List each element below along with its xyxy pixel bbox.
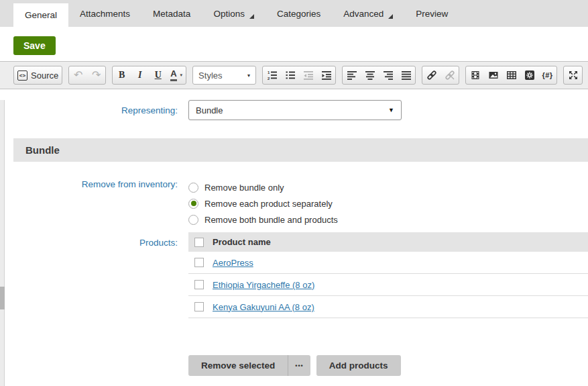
products-label: Products:	[0, 232, 178, 376]
increase-indent-button[interactable]	[317, 66, 335, 84]
radio-label[interactable]: Remove both bundle and products	[204, 215, 338, 225]
product-link[interactable]: AeroPress	[213, 258, 253, 268]
radio-label[interactable]: Remove each product separately	[204, 199, 333, 209]
radio-remove-bundle-only[interactable]: Remove bundle only	[188, 179, 588, 195]
redo-button[interactable]: ↷	[87, 66, 105, 84]
radio-icon[interactable]	[188, 215, 198, 225]
bold-button[interactable]: B	[113, 66, 131, 84]
remove-link-button[interactable]	[440, 66, 459, 84]
products-actions: Remove selected ••• Add products	[188, 355, 588, 376]
macro-icon: {#}	[542, 71, 552, 79]
justify-button[interactable]	[397, 66, 415, 84]
product-link[interactable]: Ethiopia Yirgacheffe (8 oz)	[213, 280, 314, 290]
styles-dropdown-value: Styles	[198, 70, 222, 81]
toolbar-group-history: ↶ ↷	[68, 66, 106, 85]
tab-preview[interactable]: Preview	[404, 0, 459, 27]
align-left-icon	[347, 70, 357, 81]
toolbar-group-lists: 12	[262, 66, 336, 85]
maximize-button[interactable]	[564, 66, 582, 84]
source-label: Source	[31, 70, 58, 81]
section-title: Bundle	[25, 144, 60, 156]
tab-preview-label: Preview	[416, 9, 448, 19]
unlink-icon	[445, 70, 455, 81]
representing-select-value: Bundle	[196, 105, 223, 115]
bold-icon: B	[119, 70, 125, 81]
justify-icon	[401, 70, 412, 81]
styles-dropdown[interactable]: Styles ▾	[192, 66, 256, 85]
align-right-icon	[383, 70, 394, 81]
representing-select[interactable]: Bundle ▼	[188, 100, 402, 120]
remove-selected-button[interactable]: Remove selected	[188, 355, 288, 376]
tab-options-label: Options	[213, 9, 245, 19]
product-link[interactable]: Kenya Gakuyuni AA (8 oz)	[213, 302, 314, 312]
row-checkbox[interactable]	[194, 302, 204, 311]
insert-image-button[interactable]	[484, 66, 502, 84]
text-color-icon: A	[170, 69, 176, 81]
more-actions-button[interactable]: •••	[288, 355, 310, 376]
radio-remove-each-product-separately[interactable]: Remove each product separately	[188, 195, 588, 211]
source-button[interactable]: <> Source	[14, 66, 62, 84]
dropdown-triangle-icon	[388, 14, 393, 19]
media-icon	[470, 70, 481, 81]
tab-bar: General Attachments Metadata Options Cat…	[0, 0, 588, 27]
insert-link-button[interactable]	[422, 66, 440, 84]
decrease-indent-button[interactable]	[299, 66, 317, 84]
svg-text:1: 1	[268, 70, 270, 75]
tab-advanced-label: Advanced	[343, 9, 384, 19]
tab-attachments-label: Attachments	[80, 9, 130, 19]
tab-options[interactable]: Options	[202, 0, 266, 27]
row-checkbox[interactable]	[194, 258, 204, 267]
chevron-down-icon: ▾	[180, 73, 183, 78]
align-left-button[interactable]	[343, 66, 361, 84]
italic-icon: I	[138, 70, 141, 81]
toolbar-group-links	[422, 66, 459, 85]
radio-selected-icon[interactable]	[188, 199, 198, 209]
add-products-button[interactable]: Add products	[316, 355, 401, 376]
radio-label[interactable]: Remove bundle only	[204, 183, 284, 193]
form-content: Representing: Bundle ▼ Bundle Remove fro…	[0, 100, 588, 386]
italic-button[interactable]: I	[131, 66, 149, 84]
maximize-icon	[568, 70, 579, 81]
table-row: AeroPress	[188, 252, 588, 274]
editor-toolbar: <> Source ↶ ↷ B I U A ▾ Styles ▾ 12	[0, 61, 588, 89]
radio-remove-both-bundle-and-products[interactable]: Remove both bundle and products	[188, 211, 588, 228]
insert-media-button[interactable]	[466, 66, 484, 84]
insert-table-button[interactable]	[502, 66, 520, 84]
tab-metadata-label: Metadata	[153, 9, 190, 19]
toolbar-group-insert: {#}	[465, 66, 557, 85]
tab-general[interactable]: General	[13, 3, 68, 27]
bulleted-list-button[interactable]	[281, 66, 299, 84]
row-checkbox[interactable]	[194, 280, 204, 289]
toolbar-group-basicstyles: B I U A ▾	[112, 66, 186, 85]
decrease-indent-icon	[303, 70, 314, 81]
numbered-list-button[interactable]: 12	[263, 66, 281, 84]
text-color-button[interactable]: A ▾	[167, 66, 186, 84]
save-button[interactable]: Save	[13, 36, 56, 55]
tab-advanced[interactable]: Advanced	[332, 0, 404, 27]
redo-icon: ↷	[92, 70, 101, 81]
section-header-bundle: Bundle	[13, 138, 588, 162]
toolbar-group-maximize	[563, 66, 583, 85]
tab-attachments[interactable]: Attachments	[68, 0, 141, 27]
image-icon	[488, 70, 499, 81]
tab-categories-label: Categories	[277, 9, 320, 19]
splitter-handle[interactable]	[0, 287, 5, 309]
action-bar: Save	[0, 27, 588, 61]
remove-from-inventory-label: Remove from inventory:	[0, 179, 178, 228]
insert-widget-button[interactable]	[520, 66, 538, 84]
select-all-checkbox[interactable]	[194, 238, 204, 247]
align-center-button[interactable]	[361, 66, 379, 84]
product-name-column-header: Product name	[213, 237, 271, 247]
underline-button[interactable]: U	[149, 66, 167, 84]
caret-down-icon: ▼	[388, 107, 394, 113]
radio-icon[interactable]	[188, 183, 198, 193]
representing-label: Representing:	[0, 105, 178, 115]
tab-metadata[interactable]: Metadata	[141, 0, 202, 27]
insert-macro-button[interactable]: {#}	[538, 66, 556, 84]
underline-icon: U	[155, 70, 162, 81]
tab-categories[interactable]: Categories	[266, 0, 332, 27]
undo-button[interactable]: ↶	[69, 66, 87, 84]
table-row: Kenya Gakuyuni AA (8 oz)	[188, 296, 588, 318]
splitter-rail	[0, 100, 5, 386]
align-right-button[interactable]	[379, 66, 397, 84]
